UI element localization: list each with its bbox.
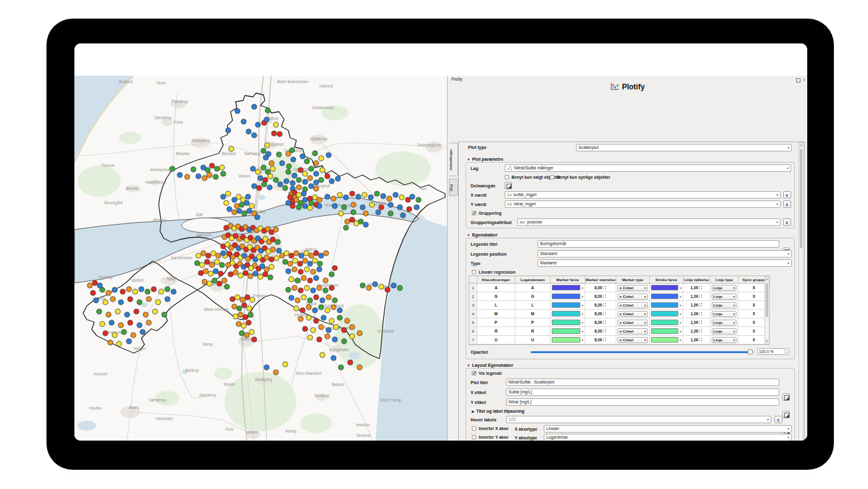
- legendenavn-cell[interactable]: G: [515, 292, 551, 301]
- map-measurement-point[interactable]: [237, 306, 242, 311]
- map-measurement-point[interactable]: [314, 318, 319, 323]
- map-measurement-point[interactable]: [236, 321, 241, 326]
- line-width-spinner[interactable]: 1,00▴▾: [683, 336, 711, 344]
- map-measurement-point[interactable]: [264, 365, 269, 370]
- map-measurement-point[interactable]: [308, 261, 312, 266]
- map-measurement-point[interactable]: [100, 287, 105, 292]
- map-measurement-point[interactable]: [343, 225, 348, 230]
- map-measurement-point[interactable]: [407, 207, 412, 212]
- map-measurement-point[interactable]: [317, 204, 322, 209]
- map-measurement-point[interactable]: [273, 227, 278, 232]
- map-measurement-point[interactable]: [301, 295, 306, 300]
- map-measurement-point[interactable]: [118, 300, 123, 305]
- map-measurement-point[interactable]: [246, 194, 250, 199]
- marker-color-button[interactable]: ▾: [551, 327, 585, 336]
- map-measurement-point[interactable]: [288, 261, 293, 266]
- tab-indstillinger[interactable]: Indstillinger: [449, 143, 458, 176]
- plot-titel-override-button[interactable]: [782, 393, 790, 401]
- map-measurement-point[interactable]: [241, 323, 246, 328]
- section-egenskaber[interactable]: ▼Egenskaber: [467, 232, 497, 238]
- plot-titel-input[interactable]: Nitrat/Sulfat - Scatterplot: [506, 379, 779, 386]
- map-measurement-point[interactable]: [255, 169, 260, 174]
- map-measurement-point[interactable]: [337, 315, 342, 320]
- map-measurement-point[interactable]: [358, 219, 363, 224]
- map-measurement-point[interactable]: [309, 184, 314, 189]
- map-measurement-point[interactable]: [391, 283, 396, 288]
- map-measurement-point[interactable]: [258, 274, 263, 279]
- map-measurement-point[interactable]: [363, 222, 368, 227]
- map-measurement-point[interactable]: [137, 323, 142, 328]
- x-etiket-input[interactable]: Sulfat [mg/L]: [506, 388, 779, 396]
- map-measurement-point[interactable]: [226, 191, 231, 196]
- map-measurement-point[interactable]: [191, 167, 196, 172]
- map-measurement-point[interactable]: [249, 204, 254, 209]
- map-measurement-point[interactable]: [317, 285, 322, 290]
- marker-color-button[interactable]: ▾: [551, 318, 585, 327]
- map-measurement-point[interactable]: [244, 200, 249, 205]
- map-measurement-point[interactable]: [312, 151, 317, 156]
- line-type-select[interactable]: Linje▾: [711, 336, 738, 344]
- map-measurement-point[interactable]: [245, 295, 250, 300]
- map-measurement-point[interactable]: [252, 184, 257, 189]
- map-measurement-point[interactable]: [294, 197, 299, 202]
- map-measurement-point[interactable]: [233, 270, 238, 275]
- map-measurement-point[interactable]: [320, 168, 325, 173]
- map-measurement-point[interactable]: [210, 262, 215, 267]
- marker-size-spinner[interactable]: 8,00▴▾: [585, 327, 616, 336]
- map-measurement-point[interactable]: [314, 251, 319, 256]
- map-measurement-point[interactable]: [299, 253, 304, 258]
- map-measurement-point[interactable]: [294, 251, 299, 256]
- map-measurement-point[interactable]: [263, 272, 268, 277]
- map-measurement-point[interactable]: [306, 305, 311, 310]
- map-measurement-point[interactable]: [87, 283, 92, 288]
- map-measurement-point[interactable]: [240, 297, 245, 302]
- map-measurement-point[interactable]: [356, 194, 361, 199]
- map-measurement-point[interactable]: [286, 200, 291, 205]
- line-type-select[interactable]: Linje▾: [711, 327, 738, 336]
- map-measurement-point[interactable]: [339, 211, 343, 216]
- marker-type-select[interactable]: ●Cirkel▾: [616, 301, 650, 310]
- map-measurement-point[interactable]: [153, 309, 157, 314]
- map-measurement-point[interactable]: [314, 171, 319, 176]
- plot-type-select[interactable]: Scatterplot▾: [576, 144, 792, 151]
- map-measurement-point[interactable]: [298, 261, 303, 266]
- delmaengde-expression-button[interactable]: [505, 182, 512, 189]
- map-measurement-point[interactable]: [108, 340, 113, 345]
- map-measurement-point[interactable]: [224, 200, 229, 205]
- map-measurement-point[interactable]: [348, 360, 353, 365]
- y-etiket-input[interactable]: Nitrat [mg/L]: [506, 398, 779, 406]
- map-measurement-point[interactable]: [379, 205, 384, 210]
- map-measurement-point[interactable]: [264, 117, 269, 122]
- map-measurement-point[interactable]: [351, 210, 356, 215]
- map-measurement-point[interactable]: [350, 217, 355, 222]
- marker-type-select[interactable]: ●Cirkel▾: [616, 292, 650, 301]
- map-measurement-point[interactable]: [329, 318, 334, 323]
- map-measurement-point[interactable]: [264, 267, 269, 272]
- map-measurement-point[interactable]: [319, 156, 324, 161]
- map-measurement-point[interactable]: [200, 262, 205, 267]
- map-measurement-point[interactable]: [366, 285, 371, 290]
- map-measurement-point[interactable]: [286, 164, 291, 169]
- map-measurement-point[interactable]: [126, 287, 131, 292]
- map-measurement-point[interactable]: [317, 337, 322, 342]
- map-measurement-point[interactable]: [334, 325, 339, 330]
- map-measurement-point[interactable]: [314, 161, 319, 166]
- map-measurement-point[interactable]: [232, 210, 237, 215]
- line-type-select[interactable]: Linje▾: [711, 318, 738, 327]
- lag-select[interactable]: Nitrat/Sulfat målinger▾: [505, 164, 791, 172]
- map-measurement-point[interactable]: [224, 284, 229, 289]
- map-measurement-point[interactable]: [286, 287, 291, 292]
- map-measurement-point[interactable]: [131, 333, 136, 338]
- map-measurement-point[interactable]: [298, 168, 303, 173]
- y-vaerdi-select[interactable]: 1.2 nitrat_mgprl▾: [505, 200, 781, 208]
- map-measurement-point[interactable]: [301, 191, 306, 196]
- map-measurement-point[interactable]: [253, 271, 258, 276]
- map-measurement-point[interactable]: [362, 192, 367, 197]
- map-measurement-point[interactable]: [277, 248, 281, 253]
- map-measurement-point[interactable]: [303, 179, 308, 184]
- map-measurement-point[interactable]: [388, 211, 393, 216]
- map-measurement-point[interactable]: [410, 194, 415, 199]
- close-panel-icon[interactable]: ×: [802, 78, 807, 83]
- map-measurement-point[interactable]: [374, 191, 379, 196]
- map-measurement-point[interactable]: [326, 153, 331, 158]
